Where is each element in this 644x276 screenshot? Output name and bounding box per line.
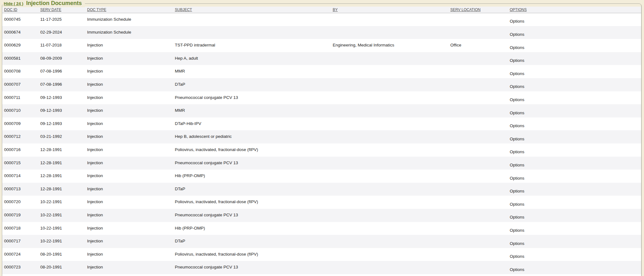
cell-options: Options <box>508 235 641 248</box>
table-row: 000071910-22-1991InjectionPneumococcal c… <box>2 209 641 222</box>
cell-doc-id: 0000714 <box>2 170 38 183</box>
options-button[interactable]: Options <box>510 176 525 181</box>
options-button[interactable]: Options <box>510 32 525 37</box>
cell-serv-location <box>448 26 508 39</box>
cell-serv-location <box>448 170 508 183</box>
options-button[interactable]: Options <box>510 202 525 207</box>
cell-options: Options <box>508 13 641 26</box>
cell-doc-type: Injection <box>85 91 173 105</box>
cell-subject: DTaP-Hib-IPV <box>173 117 331 131</box>
cell-options: Options <box>508 39 641 52</box>
cell-subject: DTaP <box>173 78 331 91</box>
cell-doc-type: Injection <box>85 143 173 157</box>
options-button[interactable]: Options <box>510 228 525 233</box>
cell-by <box>331 26 448 39</box>
options-button[interactable]: Options <box>510 189 525 193</box>
options-button[interactable]: Options <box>510 19 525 24</box>
cell-doc-id: 0000718 <box>2 222 38 235</box>
options-button[interactable]: Options <box>510 267 525 272</box>
cell-by <box>331 78 448 91</box>
cell-serv-date: 10-22-1991 <box>38 196 85 209</box>
cell-options: Options <box>508 65 641 78</box>
cell-options: Options <box>508 170 641 183</box>
cell-serv-location <box>448 78 508 91</box>
options-button[interactable]: Options <box>510 45 525 50</box>
options-button[interactable]: Options <box>510 123 525 128</box>
table-row: 000071203-21-1992InjectionHep B, adolesc… <box>2 130 641 143</box>
col-serv-date: SERV DATE <box>38 7 85 13</box>
cell-serv-location: Office <box>448 39 508 52</box>
col-doc-id-sort-link[interactable]: DOC ID <box>4 8 17 12</box>
col-serv-location-sort-link[interactable]: SERV LOCATION <box>450 8 480 12</box>
cell-by <box>331 261 448 274</box>
table-row: 000071312-28-1991InjectionDTaPOptions <box>2 183 641 196</box>
cell-doc-id: 0000709 <box>2 117 38 131</box>
cell-options: Options <box>508 117 641 131</box>
cell-serv-date: 10-22-1991 <box>38 222 85 235</box>
table-row-partial <box>2 274 641 276</box>
cell-doc-type: Immunization Schedule <box>85 26 173 39</box>
documents-table: DOC IDSERV DATEDOC TYPESUBJECTBYSERV LOC… <box>2 7 641 276</box>
options-button[interactable]: Options <box>510 84 525 89</box>
options-button[interactable]: Options <box>510 254 525 259</box>
cell-by <box>331 52 448 65</box>
cell-doc-type: Immunization Schedule <box>85 13 173 26</box>
cell-serv-date: 11-07-2018 <box>38 39 85 52</box>
cell-doc-id: 0000712 <box>2 130 38 143</box>
cell-doc-id: 0000715 <box>2 157 38 170</box>
cell-doc-type: Injection <box>85 196 173 209</box>
cell-subject: Pneumococcal conjugate PCV 13 <box>173 209 331 222</box>
cell-subject: Poliovirus, inactivated, fractional-dose… <box>173 196 331 209</box>
cell-options: Options <box>508 209 641 222</box>
cell-by <box>331 130 448 143</box>
cell-subject: MMR <box>173 65 331 78</box>
cell-options: Options <box>508 143 641 157</box>
cell-serv-location <box>448 117 508 131</box>
cell-subject: DTaP <box>173 235 331 248</box>
table-row: 000072308-20-1991InjectionPneumococcal c… <box>2 261 641 274</box>
col-serv-location: SERV LOCATION <box>448 7 508 13</box>
cell-doc-id: 0000717 <box>2 235 38 248</box>
cell-options: Options <box>508 26 641 39</box>
options-button[interactable]: Options <box>510 111 525 115</box>
options-button[interactable]: Options <box>510 241 525 246</box>
cell-doc-id: 0000723 <box>2 261 38 274</box>
table-row: 000072408-20-1991InjectionPoliovirus, in… <box>2 248 641 261</box>
table-row: 000071810-22-1991InjectionHib (PRP-OMP)O… <box>2 222 641 235</box>
table-row: 000070909-12-1993InjectionDTaP-Hib-IPVOp… <box>2 117 641 131</box>
cell-doc-type: Injection <box>85 248 173 261</box>
cell-subject: Hep A, adult <box>173 52 331 65</box>
options-button[interactable]: Options <box>510 149 525 154</box>
cell-subject: Hib (PRP-OMP) <box>173 222 331 235</box>
cell-serv-date: 12-28-1991 <box>38 183 85 196</box>
table-row: 000071710-22-1991InjectionDTaPOptions <box>2 235 641 248</box>
hide-toggle-link[interactable]: Hide ( 24 ) <box>4 0 23 7</box>
cell-doc-type: Injection <box>85 78 173 91</box>
table-row: 000058108-09-2009InjectionHep A, adultOp… <box>2 52 641 65</box>
options-button[interactable]: Options <box>510 97 525 102</box>
options-button[interactable]: Options <box>510 58 525 63</box>
cell-serv-date: 11-17-2025 <box>38 13 85 26</box>
col-doc-type-sort-link[interactable]: DOC TYPE <box>87 8 106 12</box>
options-button[interactable]: Options <box>510 137 525 141</box>
table-row: 000062911-07-2018InjectionTST-PPD intrad… <box>2 39 641 52</box>
cell-doc-type: Injection <box>85 65 173 78</box>
cell-serv-location <box>448 130 508 143</box>
options-button[interactable]: Options <box>510 215 525 219</box>
cell-subject: Pneumococcal conjugate PCV 13 <box>173 261 331 274</box>
col-options-sort-link[interactable]: OPTIONS <box>510 8 527 12</box>
cell-subject <box>173 13 331 26</box>
options-button[interactable]: Options <box>510 163 525 167</box>
cell-by <box>331 104 448 117</box>
cell-serv-date: 08-09-2009 <box>38 52 85 65</box>
cell-serv-date: 03-21-1992 <box>38 130 85 143</box>
table-row: 000067402-29-2024Immunization ScheduleOp… <box>2 26 641 39</box>
col-by-sort-link[interactable]: BY <box>333 8 338 12</box>
options-button[interactable]: Options <box>510 71 525 76</box>
col-subject-sort-link[interactable]: SUBJECT <box>175 8 192 12</box>
cell-by <box>331 183 448 196</box>
injection-documents-panel: Hide ( 24 ) Injection Documents DOC IDSE… <box>2 3 641 276</box>
cell-by <box>331 117 448 131</box>
cell-serv-location <box>448 13 508 26</box>
col-serv-date-sort-link[interactable]: SERV DATE <box>40 8 61 12</box>
